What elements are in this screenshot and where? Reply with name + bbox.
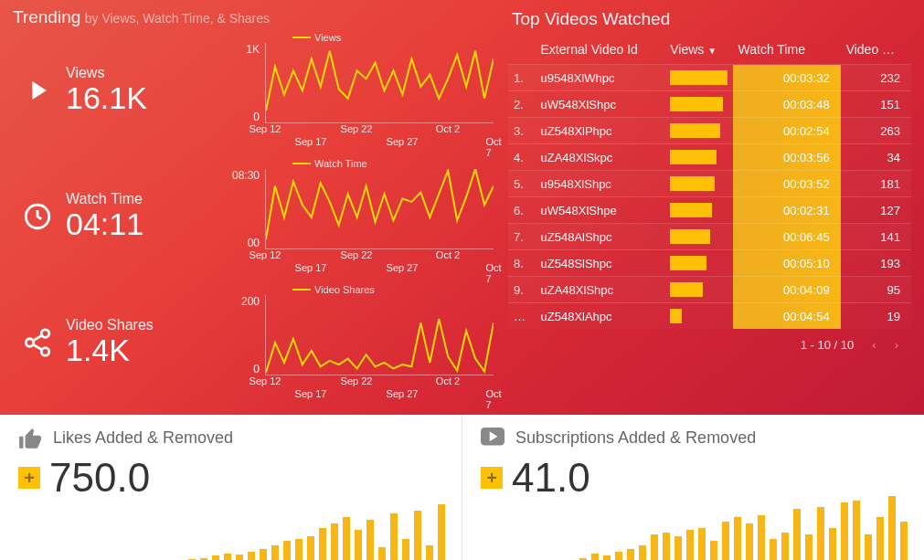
video-id: uZ548XlPhpc [536,118,665,144]
mini-chart: Video Shares 200 0 Sep 12Sep 17Sep 22Sep… [223,284,499,401]
video-id: uW548XlShpc [536,91,665,118]
video-id: uZA48XlShpc [536,277,665,303]
watch-time-cell: 00:05:10 [733,250,841,277]
stat-label: Watch Time [66,191,143,207]
likes-sparkline [188,504,445,560]
subs-title: Subscriptions Added & Removed [515,428,756,448]
mini-chart: Views 1K 0 Sep 12Sep 17Sep 22Sep 27Oct 2… [223,32,499,149]
pager-next[interactable]: › [895,338,898,352]
video-id: u9548XlWhpc [536,65,665,91]
chart-legend: Video Shares [292,284,375,295]
chart-legend: Watch Time [292,158,367,169]
table-row[interactable]: 1. u9548XlWhpc 00:03:32 232 [508,65,911,91]
subs-value: 41.0 [512,455,590,501]
watch-time-cell: 00:06:45 [733,224,841,250]
table-row[interactable]: 2. uW548XlShpc 00:03:48 151 [508,91,911,118]
watch-time-cell: 00:02:54 [733,118,841,144]
clock-icon [22,201,53,232]
table-row[interactable]: 5. u9548XlShpc 00:03:52 181 [508,171,911,197]
table-row[interactable]: … uZ548XlAhpc 00:04:54 19 [508,303,911,330]
table-row[interactable]: 9. uZA48XlShpc 00:04:09 95 [508,277,911,303]
table-title: Top Videos Watched [512,9,911,29]
watch-time-cell: 00:03:56 [733,144,841,171]
pager-label: 1 - 10 / 10 [801,338,855,352]
table-row[interactable]: 8. uZ548SlShpc 00:05:10 193 [508,250,911,277]
trending-header: Trending by Views, Watch Time, & Shares [13,7,499,27]
watch-time-cell: 00:03:48 [733,91,841,118]
watch-time-cell: 00:04:54 [733,303,841,330]
table-row[interactable]: 6. uW548XlShpe 00:02:31 127 [508,197,911,224]
trending-title: Trending [13,7,80,26]
stat-value: 1.4K [66,333,154,367]
youtube-icon [481,428,504,448]
col-header[interactable]: Watch Time [733,35,841,65]
table-row[interactable]: 3. uZ548XlPhpc 00:02:54 263 [508,118,911,144]
share-icon [22,327,53,358]
likes-title: Likes Added & Removed [53,428,233,448]
watch-time-cell: 00:02:31 [733,197,841,224]
pager-prev[interactable]: ‹ [872,338,876,352]
mini-chart: Watch Time 08:30 00 Sep 12Sep 17Sep 22Se… [223,158,499,275]
svg-point-1 [41,330,49,338]
col-header[interactable]: Views ▼ [664,35,732,65]
stat-block[interactable]: Video Shares 1.4K [13,317,223,367]
likes-panel: Likes Added & Removed + 750.0 [0,415,462,560]
chart-legend: Views [292,32,341,43]
stat-block[interactable]: Views 16.1K [13,65,223,115]
stat-row: Watch Time 04:11 Watch Time 08:30 00 Sep… [13,153,499,280]
table-pager: 1 - 10 / 10 ‹ › [508,329,911,352]
plus-icon: + [481,467,503,489]
video-id: uW548XlShpe [536,197,665,224]
plus-icon: + [18,467,40,489]
table-row[interactable]: 7. uZ548AlShpc 00:06:45 141 [508,224,911,250]
stat-block[interactable]: Watch Time 04:11 [13,191,223,241]
stat-label: Video Shares [66,317,154,333]
play-icon [22,75,53,106]
thumbs-up-icon [18,428,42,448]
stat-label: Views [66,65,147,81]
svg-point-2 [26,339,34,347]
watch-time-cell: 00:03:32 [733,65,841,91]
stat-value: 04:11 [66,207,143,241]
video-id: uZ548AlShpc [536,224,665,250]
likes-value: 750.0 [49,455,150,501]
video-id: uZA48XlSkpc [536,144,665,171]
stat-row: Views 16.1K Views 1K 0 Sep 12Sep 17Sep 2… [13,27,499,153]
video-id: uZ548SlShpc [536,250,665,277]
top-videos-table: External Video IdViews ▼Watch TimeVideo … [508,35,911,329]
col-header[interactable]: Video … [841,35,911,65]
watch-time-cell: 00:03:52 [733,171,841,197]
col-header[interactable]: External Video Id [536,35,665,65]
video-id: uZ548XlAhpc [536,303,665,330]
stat-value: 16.1K [66,81,147,115]
trending-subtitle: by Views, Watch Time, & Shares [85,11,270,26]
watch-time-cell: 00:04:09 [733,277,841,303]
table-row[interactable]: 4. uZA48XlSkpc 00:03:56 34 [508,144,911,171]
stat-row: Video Shares 1.4K Video Shares 200 0 Sep… [13,280,499,406]
svg-point-3 [41,348,49,356]
subs-sparkline [579,496,908,560]
subs-panel: Subscriptions Added & Removed + 41.0 [462,415,924,560]
video-id: u9548XlShpc [536,171,665,197]
